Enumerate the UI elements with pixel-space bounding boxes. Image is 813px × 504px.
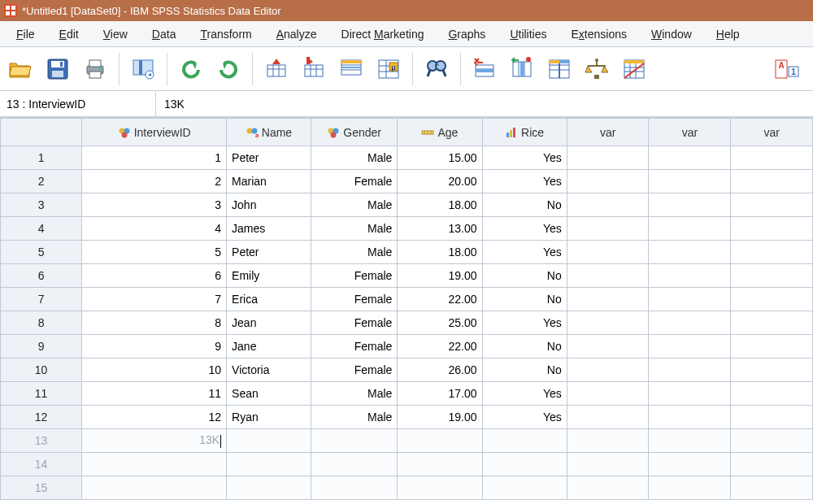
cell-empty[interactable] (649, 476, 731, 500)
cell-empty[interactable] (567, 288, 649, 311)
cell-empty[interactable] (482, 429, 567, 453)
cell-name[interactable]: Victoria (227, 358, 311, 382)
cell-rice[interactable]: No (482, 193, 567, 217)
cell-name[interactable]: Sean (227, 382, 311, 406)
weight-cases-button[interactable] (581, 51, 612, 87)
cell-empty[interactable] (227, 453, 311, 476)
cell-name[interactable]: Ryan (227, 406, 311, 429)
cell-empty[interactable] (649, 146, 731, 170)
row-header[interactable]: 11 (1, 382, 82, 406)
cell-empty[interactable] (567, 264, 649, 288)
cell-empty[interactable] (649, 406, 731, 429)
row-header[interactable]: 13 (1, 429, 82, 453)
save-button[interactable] (42, 51, 73, 87)
cell-empty[interactable] (731, 264, 813, 288)
cell-interviewid[interactable]: 5 (82, 241, 227, 264)
cell-empty[interactable] (731, 406, 813, 429)
row-header[interactable]: 5 (1, 241, 82, 264)
column-header-name[interactable]: a Name (227, 119, 311, 146)
row-header[interactable]: 14 (1, 453, 82, 476)
cell-empty[interactable] (567, 170, 649, 193)
cell-rice[interactable]: Yes (482, 311, 567, 335)
cell-gender[interactable]: Male (311, 193, 398, 217)
menu-graphs[interactable]: Graphs (437, 23, 497, 46)
cell-empty[interactable] (649, 241, 731, 264)
cell-age[interactable]: 22.00 (398, 288, 482, 311)
cell-empty[interactable] (731, 217, 813, 241)
variables-button[interactable] (336, 51, 367, 87)
cell-empty[interactable] (649, 288, 731, 311)
cell-empty[interactable] (567, 382, 649, 406)
column-header-empty[interactable]: var (649, 119, 731, 146)
print-button[interactable] (80, 51, 111, 87)
cell-name[interactable]: Peter (227, 241, 311, 264)
split-file-button[interactable] (544, 51, 575, 87)
cell-empty[interactable] (731, 382, 813, 406)
cell-rice[interactable]: Yes (482, 406, 567, 429)
column-header-empty[interactable]: var (567, 119, 649, 146)
cell-empty[interactable] (567, 241, 649, 264)
cell-empty[interactable] (567, 476, 649, 500)
column-header-age[interactable]: Age (398, 119, 482, 146)
cell-empty[interactable] (731, 335, 813, 358)
open-button[interactable] (5, 51, 36, 87)
cell-interviewid[interactable]: 9 (82, 335, 227, 358)
cell-interviewid[interactable]: 1 (82, 146, 227, 170)
cell-empty[interactable] (649, 217, 731, 241)
cell-empty[interactable] (311, 476, 398, 500)
cell-empty[interactable] (649, 453, 731, 476)
cell-interviewid-editing[interactable]: 13K (82, 429, 227, 453)
cell-empty[interactable] (311, 429, 398, 453)
cell-empty[interactable] (731, 453, 813, 476)
cell-name[interactable]: Emily (227, 264, 311, 288)
cell-age[interactable]: 15.00 (398, 146, 482, 170)
cell-empty[interactable] (731, 241, 813, 264)
cell-name[interactable]: Marian (227, 170, 311, 193)
cell-rice[interactable]: Yes (482, 241, 567, 264)
value-labels-button[interactable]: A1 (771, 51, 802, 87)
cell-empty[interactable] (567, 406, 649, 429)
recall-dialog-button[interactable] (128, 51, 159, 87)
row-header[interactable]: 7 (1, 288, 82, 311)
cell-rice[interactable]: No (482, 335, 567, 358)
cell-interviewid[interactable]: 2 (82, 170, 227, 193)
cell-empty[interactable] (398, 453, 482, 476)
column-header-gender[interactable]: Gender (311, 119, 398, 146)
cell-rice[interactable]: Yes (482, 146, 567, 170)
cell-empty[interactable] (227, 476, 311, 500)
cell-interviewid[interactable]: 12 (82, 406, 227, 429)
cell-empty[interactable] (731, 193, 813, 217)
cell-name[interactable]: James (227, 217, 311, 241)
cell-empty[interactable] (649, 193, 731, 217)
goto-variable-button[interactable] (298, 51, 329, 87)
cell-empty[interactable] (731, 476, 813, 500)
cell-empty[interactable] (649, 335, 731, 358)
cell-name[interactable]: Peter (227, 146, 311, 170)
cell-age[interactable]: 19.00 (398, 264, 482, 288)
menu-view[interactable]: View (92, 23, 139, 46)
cell-empty[interactable] (731, 170, 813, 193)
row-header[interactable]: 12 (1, 406, 82, 429)
cell-empty[interactable] (567, 429, 649, 453)
select-cases-button[interactable] (619, 51, 650, 87)
column-header-empty[interactable]: var (731, 119, 813, 146)
column-header-rice[interactable]: Rice (482, 119, 567, 146)
menu-window[interactable]: Window (640, 23, 703, 46)
cell-gender[interactable]: Female (311, 335, 398, 358)
grid-corner[interactable] (1, 119, 82, 146)
cell-name[interactable]: Jane (227, 335, 311, 358)
cell-age[interactable]: 25.00 (398, 311, 482, 335)
cell-age[interactable]: 19.00 (398, 406, 482, 429)
cell-reference-value[interactable]: 13K (156, 91, 813, 116)
undo-button[interactable] (176, 51, 207, 87)
cell-rice[interactable]: No (482, 288, 567, 311)
column-header-interviewid[interactable]: InterviewID (82, 119, 227, 146)
cell-name[interactable]: John (227, 193, 311, 217)
cell-empty[interactable] (649, 170, 731, 193)
cell-rice[interactable]: Yes (482, 382, 567, 406)
cell-rice[interactable]: No (482, 264, 567, 288)
cell-empty[interactable] (567, 217, 649, 241)
menu-data[interactable]: Data (141, 23, 188, 46)
cell-interviewid[interactable]: 7 (82, 288, 227, 311)
cell-age[interactable]: 17.00 (398, 382, 482, 406)
